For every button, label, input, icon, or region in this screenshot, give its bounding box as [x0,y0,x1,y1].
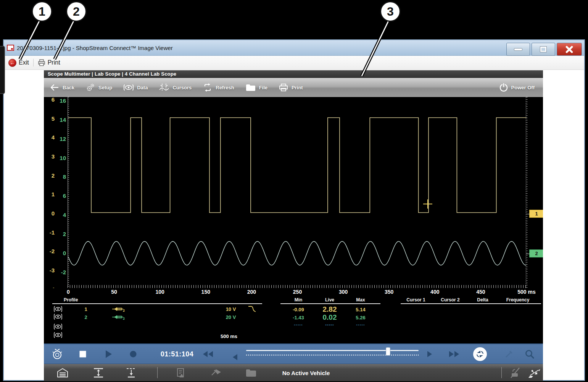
x-axis-label: 300 [339,289,348,295]
y-axis-label-c2: 0 [55,250,66,256]
delta-header: Delta [477,297,488,303]
cursor-crosshair[interactable] [423,199,432,209]
playback-toolbar: 01:51:104 [44,343,543,364]
saved-files-icon [246,369,256,377]
y-axis-label-c1: 3 [44,153,55,160]
minimize-button[interactable] [506,43,530,56]
channel1-max: 5.14 [356,307,365,312]
setup-label: Setup [98,85,112,91]
app-icon [7,45,14,51]
x-axis-label: 250 [293,289,302,295]
channel1-eye-toggle[interactable] [54,306,62,312]
sweep-setting[interactable]: 500 ms [221,333,237,339]
channel1-number: 1 [84,306,87,312]
file-button[interactable]: File [246,84,267,91]
playback-time: 01:51:104 [161,350,194,358]
fast-forward-button[interactable] [449,351,459,357]
refresh-button[interactable]: Refresh [203,83,234,92]
timer-icon[interactable] [52,348,63,360]
x-axis-label: 350 [385,289,393,295]
y-axis-label-c2: 8 [55,173,66,180]
channel2-zero-marker[interactable]: 2 [529,249,543,257]
cursor1-header: Cursor 1 [406,297,425,303]
y-axis-label-c2: 12 [55,136,66,142]
refresh-label: Refresh [216,85,234,91]
step-back-button[interactable] [233,354,237,360]
data-button[interactable]: Data [124,84,148,91]
gears-icon [86,83,95,92]
play-button[interactable] [106,350,112,358]
exit-button[interactable]: ← Exit [8,59,29,67]
zoom-icon[interactable] [525,349,535,359]
slider-ticks [246,354,419,356]
close-icon [565,45,574,53]
channel2-eye-toggle[interactable] [54,314,62,320]
data-manager-icon [176,368,186,378]
live-header: Live [325,297,334,303]
channel1-probe-icon[interactable]: 2 [112,306,126,312]
printer-icon [38,59,45,66]
channel3-eye-toggle[interactable] [54,324,62,330]
title-bar[interactable]: 20170309-1151-1.jpg - ShopStream Connect… [4,40,584,56]
y-axis-label-c1: -3 [44,267,55,274]
back-arrow-icon [50,84,59,91]
figure-root: 1 2 3 20170309-1151-1.jpg - ShopStream C… [0,0,588,382]
x-axis-label: 400 [430,289,439,295]
scope-display[interactable]: 6543210-1-2-3-41614121086420-2 1 2 [44,97,543,288]
setup-button[interactable]: Setup [86,83,112,92]
collapse-panels-icon[interactable] [126,368,137,378]
power-off-button[interactable]: Power Off [499,83,535,92]
maximize-icon [540,47,546,52]
y-axis-label-c1: 4 [44,134,55,141]
print-button[interactable]: Print [38,59,60,66]
channel4-eye-toggle[interactable] [54,332,62,338]
expand-panels-icon[interactable] [93,368,104,378]
back-button[interactable]: Back [50,84,74,91]
y-axis-label-c2: 16 [55,97,66,104]
y-axis-label-c1: 2 [44,172,55,179]
exit-label: Exit [19,59,29,66]
minimize-icon [514,48,522,51]
vehicle-status: No Active Vehicle [282,369,330,376]
record-button[interactable] [130,351,137,357]
snapshot-button[interactable] [473,347,487,361]
placeholder-min: ----- [294,322,303,327]
stop-button[interactable] [80,351,86,357]
channel2-scale[interactable]: 20 V [226,314,236,320]
status-separator-right [501,367,502,378]
callout-1: 1 [32,1,52,22]
close-button[interactable] [557,43,582,56]
position-slider[interactable] [246,344,419,365]
y-axis-label-c2: 10 [55,155,66,161]
x-axis-label: 450 [476,289,485,295]
y-axis-label-c2: 6 [55,193,66,199]
channel1-zero-marker[interactable]: 1 [529,210,543,218]
status-toolbar: No Active Vehicle [44,364,543,381]
y-axis-label-c2: 4 [55,212,66,218]
status-separator [157,367,158,378]
print-scope-button[interactable]: Print [279,84,303,91]
channel2-min: -1.43 [293,315,304,320]
max-header: Max [356,297,365,303]
y-axis-label-c1: 5 [44,115,55,122]
channel1-trigger-slope-icon[interactable] [248,305,256,313]
min-header: Min [295,297,303,303]
slider-handle[interactable] [386,347,390,356]
cursor2-header: Cursor 2 [441,297,459,303]
time-axis: 050100150200250300350400450500 ms [44,288,543,297]
cursors-button[interactable]: Cursors [159,83,192,92]
home-icon[interactable] [57,368,68,378]
channel1-min: -0.09 [293,307,304,312]
maximize-button[interactable] [532,43,555,56]
channel1-scale[interactable]: 10 V [226,306,236,312]
rewind-button[interactable] [203,351,213,357]
printer-icon [279,84,288,91]
folder-icon [246,84,256,91]
svg-text:2: 2 [123,309,125,312]
profile-underline [52,303,262,304]
usb-connection-icon[interactable] [528,367,541,379]
channel2-live: 0.02 [323,313,337,322]
step-forward-button[interactable] [427,351,432,357]
channel2-probe-icon[interactable]: 2 [112,314,126,320]
cursors-icon [159,83,169,92]
